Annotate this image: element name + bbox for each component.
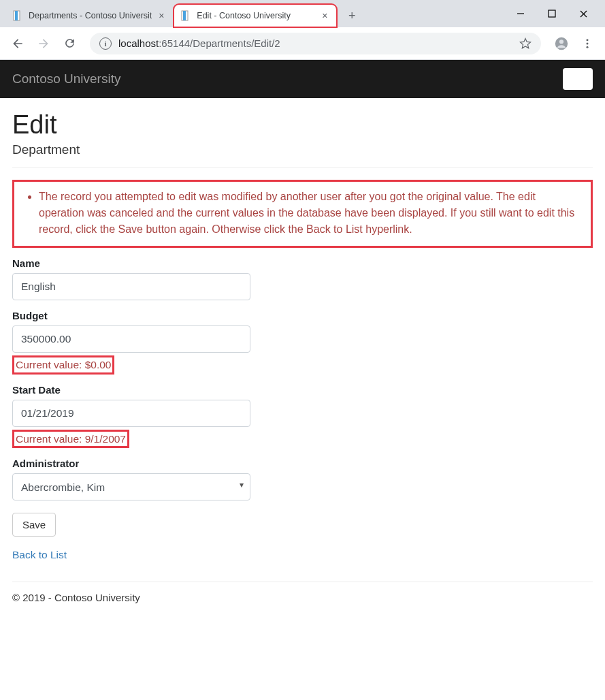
url-host: localhost: [118, 37, 159, 49]
site-info-icon[interactable]: i: [99, 37, 112, 50]
validation-message: The record you attempted to edit was mod…: [39, 189, 581, 238]
url-path: /Departments/Edit/2: [190, 37, 280, 49]
startdate-validation: Current value: 9/1/2007: [12, 430, 129, 449]
window-controls: [511, 0, 601, 27]
back-button[interactable]: [7, 33, 29, 54]
svg-point-11: [587, 42, 589, 44]
form-group-budget: Budget Current value: $0.00: [12, 310, 593, 375]
url-port: :65144: [159, 37, 190, 49]
reload-button[interactable]: [59, 33, 80, 54]
svg-rect-3: [183, 11, 186, 20]
tab-departments[interactable]: Departments - Contoso Universit ×: [5, 4, 174, 27]
page-content: Edit Department The record you attempted…: [0, 98, 605, 620]
url-display: localhost:65144/Departments/Edit/2: [118, 37, 280, 49]
bookmark-icon[interactable]: [519, 37, 532, 50]
startdate-input[interactable]: [12, 400, 250, 427]
administrator-label: Administrator: [12, 458, 593, 469]
favicon-icon: [180, 10, 191, 21]
browser-chrome: Departments - Contoso Universit × Edit -…: [0, 0, 605, 60]
menu-icon[interactable]: [576, 33, 598, 54]
svg-rect-1: [15, 11, 18, 20]
profile-icon[interactable]: [551, 33, 572, 54]
tab-title: Departments - Contoso Universit: [29, 11, 152, 20]
divider: [12, 167, 593, 168]
page-title: Edit: [12, 110, 593, 140]
new-tab-button[interactable]: +: [342, 6, 361, 25]
save-button[interactable]: Save: [12, 513, 56, 537]
close-icon[interactable]: ×: [319, 10, 330, 21]
address-bar-row: i localhost:65144/Departments/Edit/2: [0, 27, 605, 60]
back-to-list-link[interactable]: Back to List: [12, 549, 67, 561]
footer-text: © 2019 - Contoso University: [12, 592, 593, 603]
tab-bar: Departments - Contoso Universit × Edit -…: [0, 0, 605, 27]
validation-summary: The record you attempted to edit was mod…: [12, 180, 593, 248]
tab-title: Edit - Contoso University: [197, 11, 315, 20]
address-bar[interactable]: i localhost:65144/Departments/Edit/2: [90, 33, 541, 54]
budget-validation: Current value: $0.00: [12, 355, 114, 375]
brand-title[interactable]: Contoso University: [12, 71, 120, 86]
name-label: Name: [12, 257, 593, 269]
form-group-administrator: Administrator Abercrombie, Kim: [12, 458, 593, 500]
budget-input[interactable]: [12, 325, 250, 353]
footer-divider: [12, 582, 593, 582]
maximize-icon[interactable]: [542, 4, 561, 23]
hamburger-button[interactable]: [563, 68, 593, 90]
form-group-name: Name: [12, 257, 593, 300]
page-subtitle: Department: [12, 142, 593, 157]
svg-point-9: [559, 39, 563, 44]
name-input[interactable]: [12, 273, 250, 300]
svg-rect-5: [549, 10, 555, 17]
svg-point-12: [587, 46, 589, 48]
close-icon[interactable]: ×: [156, 10, 167, 21]
close-window-icon[interactable]: [574, 4, 593, 23]
favicon-icon: [12, 10, 23, 21]
form-group-startdate: Start Date Current value: 9/1/2007: [12, 384, 593, 449]
administrator-select[interactable]: Abercrombie, Kim: [12, 473, 250, 500]
minimize-icon[interactable]: [511, 4, 530, 23]
svg-point-10: [587, 39, 589, 41]
budget-label: Budget: [12, 310, 593, 321]
forward-button[interactable]: [33, 33, 54, 54]
startdate-label: Start Date: [12, 384, 593, 396]
tab-edit[interactable]: Edit - Contoso University ×: [174, 4, 337, 27]
app-navbar: Contoso University: [0, 60, 605, 98]
